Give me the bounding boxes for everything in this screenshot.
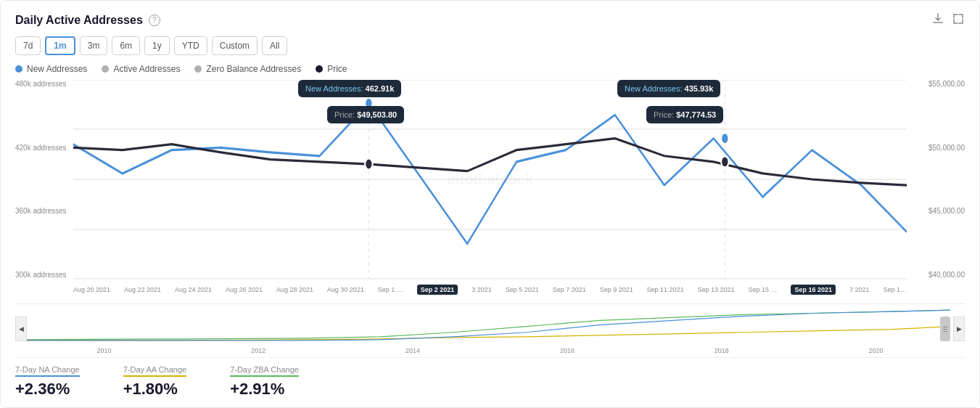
y-label-right-2: $45,000.00 [907, 207, 965, 215]
expand-icon [952, 12, 965, 25]
y-label-left-1: 420k addresses [15, 144, 73, 152]
x-label-sep16-highlighted: Sep 16 2021 [791, 285, 836, 295]
stat-aa-label: 7-Day AA Change [123, 365, 186, 377]
x-label-1: Aug 22 2021 [124, 286, 161, 293]
stat-aa-change: 7-Day AA Change +1.80% [123, 365, 186, 399]
main-chart-svg [73, 80, 907, 279]
legend-active-addresses[interactable]: Active Addresses [102, 64, 180, 74]
stat-na-value: +2.36% [15, 380, 80, 399]
mini-chart-inner [15, 304, 965, 341]
expand-button[interactable] [952, 12, 965, 28]
x-label-14: 7 2021 [849, 286, 870, 293]
filter-1m[interactable]: 1m [45, 36, 75, 55]
help-icon[interactable]: ? [149, 15, 160, 26]
x-label-0: Aug 20 2021 [73, 286, 110, 293]
filter-custom[interactable]: Custom [212, 36, 258, 55]
filter-6m[interactable]: 6m [112, 36, 140, 55]
time-filter-bar: 7d 1m 3m 6m 1y YTD Custom All [15, 36, 965, 55]
legend-new-addresses[interactable]: New Addresses [15, 64, 87, 74]
x-label-8: Sep 5 2021 [506, 286, 539, 293]
chart-svg-container: New Addresses: 462.91k Price: $49,503.80… [73, 80, 907, 279]
chart-container: Daily Active Addresses ? 7d 1m 3m 6m 1y … [0, 0, 980, 408]
mini-x-2020: 2020 [869, 347, 884, 354]
scroll-handle-bar-3 [943, 331, 947, 332]
stat-zba-change: 7-Day ZBA Change +2.91% [230, 365, 299, 399]
stats-row: 7-Day NA Change +2.36% 7-Day AA Change +… [15, 357, 965, 399]
mini-x-2018: 2018 [715, 347, 729, 354]
legend-dot-zero-balance [194, 65, 202, 73]
tooltip1-na-label: New Addresses: [305, 84, 366, 93]
filter-ytd[interactable]: YTD [174, 36, 207, 55]
mini-x-2016: 2016 [560, 347, 575, 354]
x-label-7: 3 2021 [472, 286, 492, 293]
y-label-right-1: $50,000.00 [907, 144, 965, 152]
y-label-left-2: 360k addresses [15, 207, 73, 215]
stat-na-label: 7-Day NA Change [15, 365, 80, 377]
filter-7d[interactable]: 7d [15, 36, 41, 55]
x-label-9: Sep 7 2021 [553, 286, 586, 293]
y-label-left-0: 480k addresses [15, 80, 73, 88]
tooltip1-price-value: $49,503.80 [357, 110, 397, 119]
tooltip2-price-label: Price: [654, 110, 676, 119]
filter-all[interactable]: All [262, 36, 287, 55]
legend-dot-new-addresses [15, 65, 22, 73]
tooltip2-price: Price: $47,774.53 [646, 106, 723, 123]
filter-3m[interactable]: 3m [80, 36, 108, 55]
tooltip2-price-value: $47,774.53 [676, 110, 716, 119]
chart-legend: New Addresses Active Addresses Zero Bala… [15, 64, 965, 74]
legend-price[interactable]: Price [316, 64, 347, 74]
x-label-5: Aug 30 2021 [327, 286, 364, 293]
new-addresses-line [73, 103, 907, 243]
stat-na-change: 7-Day NA Change +2.36% [15, 365, 80, 399]
tooltip2-new-addresses: New Addresses: 435.93k [617, 80, 720, 97]
scroll-left-button[interactable]: ◀ [15, 317, 27, 341]
chart-header: Daily Active Addresses ? [15, 12, 965, 28]
mini-x-axis: 2010 2012 2014 2016 2018 2020 [15, 347, 965, 354]
mini-chart-svg [15, 304, 965, 341]
x-label-12: Sep 13 2021 [698, 286, 735, 293]
legend-zero-balance[interactable]: Zero Balance Addresses [194, 64, 301, 74]
mini-x-2010: 2010 [96, 347, 111, 354]
x-label-3: Aug 26 2021 [226, 286, 263, 293]
x-label-15: Sep 1… [883, 286, 907, 293]
x-label-2: Aug 24 2021 [175, 286, 212, 293]
legend-dot-price [316, 65, 323, 73]
scroll-handle-bar-1 [943, 327, 947, 327]
mini-chart: ◀ ▶ 2010 2012 2014 2016 2018 2020 [15, 303, 965, 354]
header-left: Daily Active Addresses ? [15, 14, 160, 27]
scroll-handle-bar-2 [943, 329, 947, 330]
legend-dot-active-addresses [102, 65, 109, 73]
tooltip1-price-dot [365, 158, 372, 170]
legend-label-new-addresses: New Addresses [27, 64, 87, 74]
tooltip2-new-addr-dot [721, 133, 728, 144]
mini-x-2014: 2014 [405, 347, 420, 354]
mini-x-2012: 2012 [251, 347, 265, 354]
stat-zba-label: 7-Day ZBA Change [230, 365, 299, 377]
chart-area: 480k addresses 420k addresses 360k addre… [15, 80, 965, 399]
y-label-left-3: 300k addresses [15, 271, 73, 279]
tooltip1-price: Price: $49,503.80 [327, 106, 404, 123]
y-axis-left: 480k addresses 420k addresses 360k addre… [15, 80, 73, 279]
scroll-right-button[interactable]: ▶ [953, 317, 965, 341]
legend-label-active-addresses: Active Addresses [113, 64, 180, 74]
stat-zba-value: +2.91% [230, 380, 299, 399]
y-label-right-0: $55,000.00 [907, 80, 965, 88]
x-label-13: Sep 15 … [749, 286, 778, 293]
tooltip2-na-value: 435.93k [685, 84, 714, 93]
download-button[interactable] [931, 12, 944, 28]
download-icon [931, 12, 944, 25]
tooltip2-price-dot [721, 156, 728, 168]
tooltip1-na-value: 462.91k [366, 84, 395, 93]
x-axis: Aug 20 2021 Aug 22 2021 Aug 24 2021 Aug … [73, 279, 907, 301]
x-label-sep2-highlighted: Sep 2 2021 [417, 285, 458, 295]
filter-1y[interactable]: 1y [144, 36, 170, 55]
tooltip1-new-addresses: New Addresses: 462.91k [298, 80, 401, 97]
tooltip2-na-label: New Addresses: [625, 84, 685, 93]
x-label-11: Sep 11 2021 [647, 286, 684, 293]
scroll-handle[interactable] [940, 317, 950, 341]
y-label-right-3: $40,000.00 [907, 271, 965, 279]
x-label-4: Aug 28 2021 [276, 286, 313, 293]
legend-label-price: Price [327, 64, 347, 74]
y-axis-right: $55,000.00 $50,000.00 $45,000.00 $40,000… [907, 80, 965, 279]
x-label-6: Sep 1 … [378, 286, 403, 293]
